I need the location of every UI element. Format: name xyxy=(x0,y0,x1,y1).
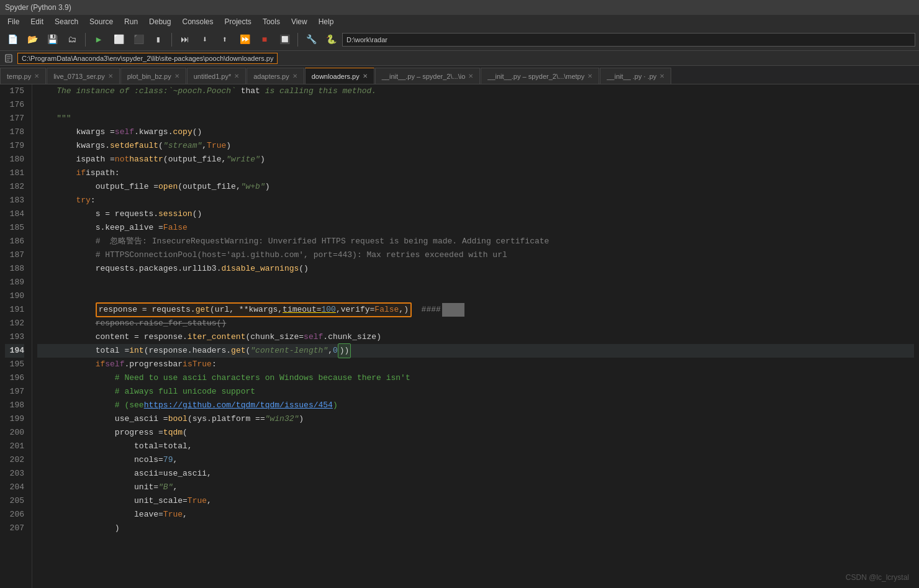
close-tab-icon[interactable]: ✕ xyxy=(659,73,664,79)
tab-downloaders[interactable]: downloaders.py ✕ xyxy=(305,68,374,84)
tab-init-metpy[interactable]: __init__.py – spyder_2\...\metpy ✕ xyxy=(481,68,599,84)
line-num-196: 196 xyxy=(5,371,24,385)
close-tab-icon[interactable]: ✕ xyxy=(468,73,473,79)
watermark: CSDN @lc_lcrystal xyxy=(846,573,909,582)
code-line-190 xyxy=(37,289,914,303)
open-file-button[interactable]: 📂 xyxy=(24,31,41,48)
close-tab-icon[interactable]: ✕ xyxy=(34,73,39,79)
close-tab-icon[interactable]: ✕ xyxy=(363,73,368,79)
menu-edit[interactable]: Edit xyxy=(25,16,48,27)
menu-file[interactable]: File xyxy=(2,16,24,27)
menu-source[interactable]: Source xyxy=(84,16,118,27)
editor-tabs: temp.py ✕ live_0713_ser.py ✕ plot_bin_bz… xyxy=(0,66,919,84)
current-file-path: C:\ProgramData\Anaconda3\env\spyder_2\li… xyxy=(17,53,278,64)
separator-2 xyxy=(171,33,172,47)
code-line-196: # Need to use ascii characters on Window… xyxy=(37,371,914,385)
line-num-176: 176 xyxy=(5,98,24,112)
line-num-175: 175 xyxy=(5,84,24,98)
line-num-178: 178 xyxy=(5,125,24,139)
code-line-197: # always full unicode support xyxy=(37,385,914,399)
tab-adapters[interactable]: adapters.py ✕ xyxy=(247,68,304,84)
run-cell-button[interactable]: ⬜ xyxy=(110,31,127,48)
new-file-button[interactable]: 📄 xyxy=(4,31,21,48)
line-num-179: 179 xyxy=(5,139,24,153)
conda-button[interactable]: 🐍 xyxy=(322,31,340,48)
code-line-182: output_file = open(output_file, "w+b") xyxy=(37,180,914,194)
line-numbers: 175 176 177 178 179 180 181 182 183 184 … xyxy=(0,84,32,588)
line-num-187: 187 xyxy=(5,248,24,262)
separator-3 xyxy=(297,33,298,47)
settings-button[interactable]: 🔧 xyxy=(302,31,320,48)
code-line-186: # 忽略警告: InsecureRequestWarning: Unverifi… xyxy=(37,235,914,248)
close-tab-icon[interactable]: ✕ xyxy=(234,73,239,79)
step-button[interactable]: ⬇ xyxy=(196,31,214,48)
close-tab-icon[interactable]: ✕ xyxy=(292,73,297,79)
menu-search[interactable]: Search xyxy=(50,16,83,27)
save-button[interactable]: 💾 xyxy=(43,31,61,48)
line-num-183: 183 xyxy=(5,194,24,207)
code-line-180: ispath = not hasattr(output_file, "write… xyxy=(37,153,914,166)
line-num-199: 199 xyxy=(5,412,24,426)
working-dir-path[interactable]: D:\work\radar xyxy=(342,33,915,47)
menu-debug[interactable]: Debug xyxy=(144,16,176,27)
tab-label: downloaders.py xyxy=(312,73,360,80)
tab-plot-bin[interactable]: plot_bin_bz.py ✕ xyxy=(120,68,186,84)
close-tab-icon[interactable]: ✕ xyxy=(108,73,113,79)
run-selection-button[interactable]: ▮ xyxy=(150,31,167,48)
menu-view[interactable]: View xyxy=(286,16,312,27)
tab-label: live_0713_ser.py xyxy=(53,73,105,80)
code-line-188: requests.packages.urllib3.disable_warnin… xyxy=(37,262,914,276)
line-num-201: 201 xyxy=(5,440,24,453)
line-num-203: 203 xyxy=(5,467,24,481)
code-line-193: content = response.iter_content(chunk_si… xyxy=(37,330,914,344)
line-num-191: 191 xyxy=(5,303,24,317)
code-line-184: s = requests.session() xyxy=(37,207,914,221)
menu-tools[interactable]: Tools xyxy=(258,16,285,27)
line-num-205: 205 xyxy=(5,494,24,508)
tab-label: plot_bin_bz.py xyxy=(127,73,171,80)
code-line-181: if ispath: xyxy=(37,166,914,180)
code-line-200: progress = tqdm( xyxy=(37,426,914,440)
menu-consoles[interactable]: Consoles xyxy=(177,16,218,27)
run-button[interactable]: ▶ xyxy=(90,31,107,48)
code-area[interactable]: The instance of :class:`~pooch.Pooch` th… xyxy=(32,84,919,588)
code-line-187: # HTTPSConnectionPool(host='api.github.c… xyxy=(37,248,914,262)
code-line-201: total=total, xyxy=(37,440,914,453)
code-line-195: if self.progressbar is True: xyxy=(37,358,914,371)
line-num-181: 181 xyxy=(5,166,24,180)
tab-temp-py[interactable]: temp.py ✕ xyxy=(0,68,46,84)
menu-run[interactable]: Run xyxy=(119,16,143,27)
line-num-189: 189 xyxy=(5,276,24,289)
tab-init-io[interactable]: __init__.py – spyder_2\...\io ✕ xyxy=(375,68,481,84)
line-num-204: 204 xyxy=(5,481,24,494)
debug-button[interactable]: ⏭ xyxy=(176,31,194,48)
line-num-185: 185 xyxy=(5,221,24,235)
code-line-199: use_ascii = bool(sys.platform == "win32"… xyxy=(37,412,914,426)
close-tab-icon[interactable]: ✕ xyxy=(587,73,592,79)
tab-init-py[interactable]: __init__ .py · .py ✕ xyxy=(600,68,671,84)
stop-button[interactable]: ■ xyxy=(256,31,273,48)
save-all-button[interactable]: 🗂 xyxy=(63,31,81,48)
line-num-202: 202 xyxy=(5,453,24,467)
code-line-194: total = int(response.headers.get("conten… xyxy=(37,344,914,358)
close-tab-icon[interactable]: ✕ xyxy=(174,73,179,79)
tab-label: adapters.py xyxy=(253,73,289,80)
step-in-button[interactable]: ⬆ xyxy=(216,31,233,48)
menu-help[interactable]: Help xyxy=(314,16,339,27)
tab-untitled1[interactable]: untitled1.py* ✕ xyxy=(187,68,247,84)
line-num-177: 177 xyxy=(5,112,24,125)
line-num-192: 192 xyxy=(5,317,24,330)
tab-label: temp.py xyxy=(7,73,31,80)
line-num-197: 197 xyxy=(5,385,24,399)
tab-live-0713[interactable]: live_0713_ser.py ✕ xyxy=(47,68,120,84)
tab-label: untitled1.py* xyxy=(194,73,232,80)
menu-projects[interactable]: Projects xyxy=(220,16,256,27)
line-num-194: 194 xyxy=(5,344,24,358)
filepath-bar: C:\ProgramData\Anaconda3\env\spyder_2\li… xyxy=(0,51,919,66)
run-cell-next-button[interactable]: ⬛ xyxy=(130,31,147,48)
code-line-183: try: xyxy=(37,194,914,207)
line-num-206: 206 xyxy=(5,508,24,522)
continue-button[interactable]: ⏩ xyxy=(236,31,253,48)
inspect-button[interactable]: 🔲 xyxy=(276,31,293,48)
code-editor[interactable]: 175 176 177 178 179 180 181 182 183 184 … xyxy=(0,84,919,588)
